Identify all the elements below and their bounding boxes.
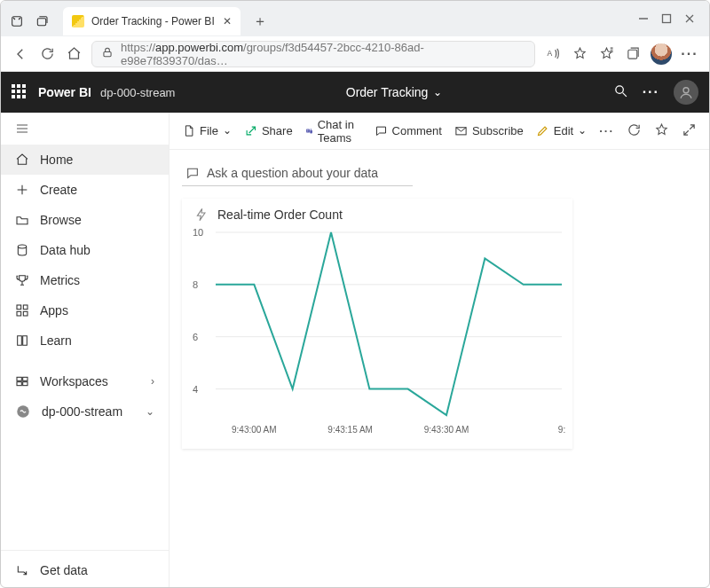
browser-menu-icon[interactable]: ··· [681,45,698,63]
file-icon [182,124,195,137]
sidebar-item-metrics[interactable]: Metrics [1,265,169,295]
svg-rect-22 [23,305,28,310]
refresh-icon[interactable] [627,122,642,140]
dashboard-toolbar: File Share T Chat in Teams Comment Subsc… [170,113,709,150]
app-launcher-icon[interactable] [12,84,28,100]
toolbar-more-icon[interactable]: ··· [599,124,614,137]
sidebar-item-label: Browse [40,213,82,227]
url-protocol: https:// [121,41,155,54]
sidebar-item-label: Home [40,153,73,167]
window-maximize-icon[interactable] [661,12,672,27]
workspaces-icon [15,374,29,388]
qna-input[interactable]: Ask a question about your data [182,161,413,186]
sidebar-get-data-button[interactable]: Get data [1,550,169,588]
toolbar-label: Subscribe [472,124,524,137]
svg-point-32 [310,129,312,130]
sidebar-item-label: Workspaces [40,374,108,388]
pbi-header: Power BI dp-000-stream Order Tracking ··… [1,72,709,113]
powerbi-favicon-icon [72,15,84,27]
toolbar-edit-button[interactable]: Edit [536,124,587,137]
sidebar-item-workspace-stream[interactable]: dp-000-stream ⌄ [1,396,169,427]
qna-placeholder: Ask a question about your data [207,166,378,180]
x-tick-label: 9:43:00 AM [232,425,277,435]
favorite-star-icon[interactable] [571,45,588,63]
sidebar-item-label: Learn [40,333,72,348]
read-aloud-icon[interactable]: A [544,45,562,63]
chevron-down-icon [433,85,442,99]
browser-addressbar: https://app.powerbi.com/groups/f3d54457-… [1,36,709,72]
svg-line-13 [622,92,626,96]
svg-point-14 [683,88,689,93]
svg-point-12 [615,85,623,93]
toolbar-label: Share [262,124,293,137]
database-icon [15,243,29,257]
workspace-dot-icon [15,404,31,419]
sidebar-item-browse[interactable]: Browse [1,205,169,235]
svg-rect-25 [17,377,21,380]
y-tick-label: 8 [193,279,198,290]
tile-title: Real-time Order Count [217,208,343,222]
browser-titlebar: Order Tracking - Power BI ✕ ＋ [1,1,709,36]
toolbar-subscribe-button[interactable]: Subscribe [454,124,524,137]
sidebar-item-apps[interactable]: Apps [1,295,169,325]
svg-rect-28 [23,382,28,386]
url-domain: app.powerbi.com [155,41,243,54]
sidebar-item-workspaces[interactable]: Workspaces › [1,366,169,396]
svg-rect-21 [17,305,21,310]
browser-profile-avatar[interactable] [651,43,672,65]
folder-icon [15,213,29,227]
sidebar-item-create[interactable]: Create [1,175,169,205]
dashboard-title: Order Tracking [346,85,429,99]
chevron-down-icon [223,124,232,137]
fullscreen-icon[interactable] [682,122,697,140]
apps-icon [15,303,29,318]
workspace-label: dp-000-stream [100,86,176,99]
browser-tab[interactable]: Order Tracking - Power BI ✕ [63,7,241,35]
new-tab-button[interactable]: ＋ [248,12,272,31]
toolbar-comment-button[interactable]: Comment [375,124,442,137]
tab-close-icon[interactable]: ✕ [223,15,232,27]
y-tick-label: 10 [193,227,203,238]
comment-icon [375,124,388,137]
sidebar-item-learn[interactable]: Learn [1,325,169,356]
window-minimize-icon[interactable] [638,12,649,27]
profile-outline-icon[interactable] [8,12,26,30]
favorites-bar-icon[interactable] [597,45,615,63]
svg-point-20 [18,245,26,248]
toolbar-label: Edit [554,124,573,137]
toolbar-share-button[interactable]: Share [244,124,293,137]
chevron-down-icon [578,124,587,137]
search-icon[interactable] [613,83,628,102]
chevron-down-icon: ⌄ [146,405,154,418]
svg-rect-27 [17,382,21,386]
user-avatar[interactable] [674,80,698,105]
nav-home-icon[interactable] [65,45,83,63]
mail-icon [454,124,468,137]
x-tick-label: 9:43:30 AM [424,425,469,435]
line-chart: 468109:43:00 AM9:43:15 AM9:43:30 AM9: [191,227,553,433]
collections-icon[interactable] [624,45,642,63]
svg-rect-11 [627,50,636,59]
favorite-icon[interactable] [654,122,669,140]
toolbar-teams-button[interactable]: T Chat in Teams [305,118,362,145]
address-input[interactable]: https://app.powerbi.com/groups/f3d54457-… [91,41,535,67]
sidebar-item-datahub[interactable]: Data hub [1,235,169,265]
svg-rect-6 [104,51,111,56]
dashboard-title-dropdown[interactable]: Order Tracking [175,85,612,99]
svg-rect-26 [23,377,28,380]
window-close-icon[interactable] [684,12,695,27]
header-more-icon[interactable]: ··· [643,84,659,100]
sidebar-toggle-icon[interactable] [1,113,169,145]
toolbar-file-button[interactable]: File [182,124,232,137]
trophy-icon [15,273,29,287]
svg-rect-23 [17,311,21,316]
lightning-icon [194,208,209,222]
tabs-overview-icon[interactable] [33,12,51,30]
toolbar-label: Chat in Teams [318,118,362,145]
x-tick-label: 9:43:15 AM [327,425,373,435]
plus-icon [15,183,29,197]
sidebar-item-home[interactable]: Home [1,145,169,175]
nav-refresh-icon[interactable] [38,45,56,63]
dashboard-tile[interactable]: Real-time Order Count 468109:43:00 AM9:4… [182,199,572,449]
nav-back-icon[interactable] [12,45,29,63]
